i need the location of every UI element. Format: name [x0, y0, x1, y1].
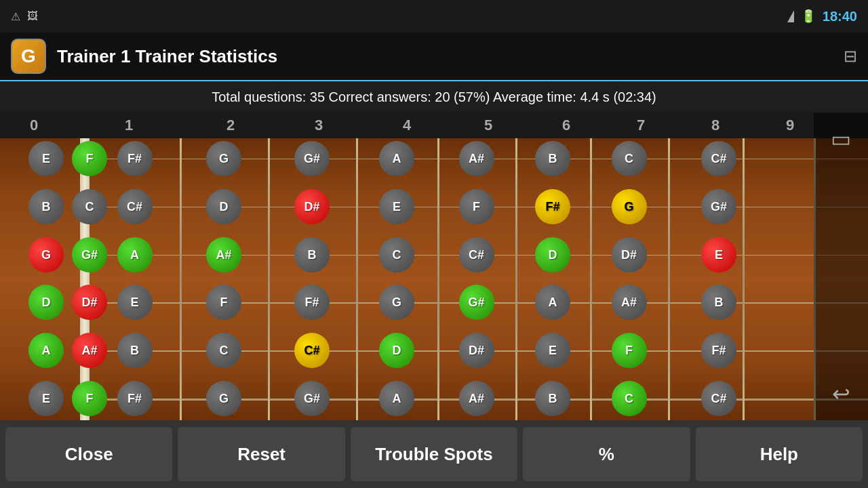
note-s5-f3: G — [206, 381, 241, 416]
menu-icon[interactable]: ⊟ — [844, 47, 857, 66]
fret-numbers: 0123456789 — [0, 113, 868, 138]
note-s1-f0: B — [28, 189, 64, 224]
note-s2-f7: D — [535, 237, 570, 272]
note-s2-f8: D# — [612, 237, 647, 272]
note-s3-f2: E — [117, 285, 153, 320]
note-s5-f9: C# — [701, 381, 736, 416]
bottom-buttons: Close Reset Trouble Spots % Help — [0, 420, 868, 488]
app-icon-letter: G — [21, 45, 36, 67]
note-s1-f5: E — [379, 189, 414, 224]
note-s3-f5: G — [379, 285, 414, 320]
note-s5-f0: E — [28, 381, 64, 416]
note-s0-f5: A — [379, 141, 414, 176]
note-s0-f3: G — [206, 141, 241, 176]
note-s5-f2: F# — [117, 381, 153, 416]
percent-button[interactable]: % — [523, 427, 690, 481]
note-s0-f1: F — [72, 141, 107, 176]
right-menu-icon[interactable]: ▭ — [831, 126, 851, 152]
status-bar: ⚠ 🖼 🔋 18:40 — [0, 0, 868, 33]
note-s1-f2: C# — [117, 189, 153, 224]
back-icon[interactable]: ↩ — [832, 381, 850, 407]
note-s4-f1: A# — [72, 333, 107, 368]
note-s3-f3: F — [206, 285, 241, 320]
guitar-nut — [80, 138, 90, 420]
close-button[interactable]: Close — [5, 427, 172, 481]
help-button[interactable]: Help — [696, 427, 863, 481]
note-s0-f4: G# — [294, 141, 330, 176]
note-s3-f9: B — [701, 285, 736, 320]
note-s2-f1: G# — [72, 237, 107, 272]
note-s0-f6: A# — [459, 141, 494, 176]
note-s5-f7: B — [535, 381, 570, 416]
fret-number-5: 5 — [484, 113, 492, 138]
guitar-neck: EFF#GG#AA#BCC#BCC#DD#EFF#GG#GG#AA#BCC#DD… — [0, 138, 868, 420]
fret-line-7 — [668, 138, 670, 420]
signal-icon — [787, 10, 794, 22]
fret-number-8: 8 — [711, 113, 719, 138]
fret-line-6 — [590, 138, 592, 420]
note-s0-f8: C — [612, 141, 647, 176]
image-icon: 🖼 — [27, 10, 38, 22]
fretboard-area: 0123456789 EFF#GG#AA#BCC#BCC#DD#EFF#GG#G… — [0, 113, 868, 420]
note-s1-f9: G# — [701, 189, 736, 224]
right-panel: ▭↩ — [814, 113, 868, 420]
note-s0-f9: C# — [701, 141, 736, 176]
note-s2-f9: E — [701, 237, 736, 272]
fret-line-8 — [743, 138, 745, 420]
note-s3-f7: A — [535, 285, 570, 320]
note-s2-f4: B — [294, 237, 330, 272]
note-s1-f6: F — [459, 189, 494, 224]
note-s2-f0: G — [28, 237, 64, 272]
fret-line-1 — [180, 138, 182, 420]
fret-number-0: 0 — [30, 113, 38, 138]
reset-button[interactable]: Reset — [178, 427, 344, 481]
note-s4-f6: D# — [459, 333, 494, 368]
note-s0-f0: E — [28, 141, 64, 176]
battery-icon: 🔋 — [801, 9, 816, 24]
note-s4-f3: C — [206, 333, 241, 368]
note-s4-f8: F — [612, 333, 647, 368]
note-s2-f2: A — [117, 237, 153, 272]
fret-line-4 — [437, 138, 439, 420]
note-s1-f8: G — [612, 189, 647, 224]
note-s3-f1: D# — [72, 285, 107, 320]
stats-text: Total questions: 35 Correct answers: 20 … — [212, 89, 656, 105]
status-left-icons: ⚠ 🖼 — [11, 10, 38, 23]
note-s3-f8: A# — [612, 285, 647, 320]
note-s0-f7: B — [535, 141, 570, 176]
note-s2-f5: C — [379, 237, 414, 272]
fret-number-1: 1 — [125, 113, 133, 138]
note-s5-f8: C — [612, 381, 647, 416]
note-s4-f4: C# — [294, 333, 330, 368]
fret-number-9: 9 — [786, 113, 794, 138]
note-s2-f6: C# — [459, 237, 494, 272]
stats-bar: Total questions: 35 Correct answers: 20 … — [0, 81, 868, 113]
note-s2-f3: A# — [206, 237, 241, 272]
note-s4-f2: B — [117, 333, 153, 368]
warning-icon: ⚠ — [11, 10, 20, 23]
app-title: Trainer 1 Trainer Statistics — [57, 46, 277, 67]
note-s0-f2: F# — [117, 141, 153, 176]
note-s4-f5: D — [379, 333, 414, 368]
trouble-spots-button[interactable]: Trouble Spots — [351, 427, 517, 481]
app-bar: G Trainer 1 Trainer Statistics ⊟ — [0, 33, 868, 81]
status-right: 🔋 18:40 — [787, 9, 857, 24]
note-s1-f4: D# — [294, 189, 330, 224]
note-s1-f3: D — [206, 189, 241, 224]
fret-line-5 — [515, 138, 517, 420]
note-s4-f9: F# — [701, 333, 736, 368]
app-icon: G — [11, 39, 46, 74]
note-s1-f1: C — [72, 189, 107, 224]
fret-number-6: 6 — [562, 113, 570, 138]
fret-line-3 — [356, 138, 358, 420]
note-s3-f0: D — [28, 285, 64, 320]
note-s5-f5: A — [379, 381, 414, 416]
status-time: 18:40 — [823, 9, 857, 24]
note-s3-f6: G# — [459, 285, 494, 320]
fret-line-2 — [268, 138, 270, 420]
fret-number-3: 3 — [315, 113, 323, 138]
note-s5-f6: A# — [459, 381, 494, 416]
note-s4-f0: A — [28, 333, 64, 368]
note-s3-f4: F# — [294, 285, 330, 320]
fret-number-2: 2 — [226, 113, 235, 138]
